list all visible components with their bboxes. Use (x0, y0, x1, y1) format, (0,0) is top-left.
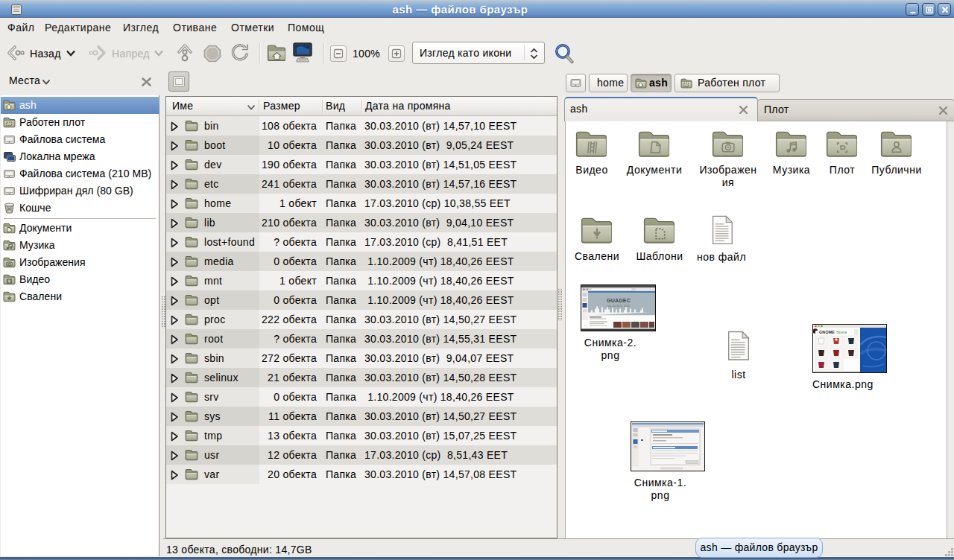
svg-text:Store: Store (836, 330, 847, 334)
svg-text:GNOME: GNOME (819, 330, 835, 334)
svg-text:GUADEC: GUADEC (607, 298, 631, 303)
svg-text:july 24-30th, 2010: july 24-30th, 2010 (607, 305, 631, 308)
